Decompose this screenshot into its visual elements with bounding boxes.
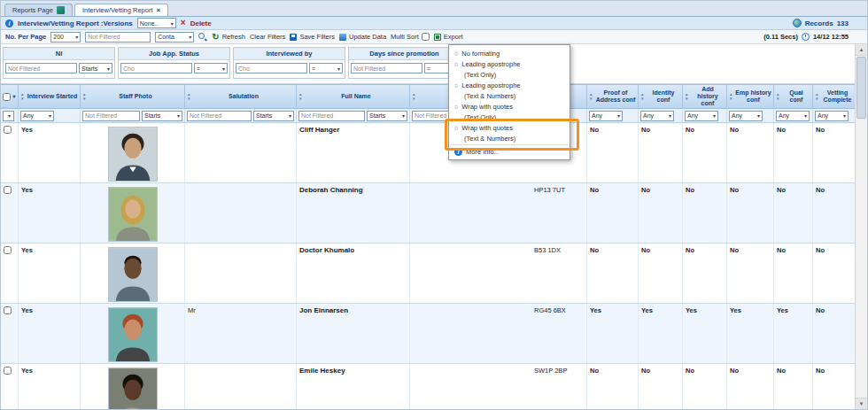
table-row: Yes Deborah Channing HP13 7UT No No No N… <box>1 183 856 244</box>
full-name-filter-input[interactable] <box>298 111 365 121</box>
sort-icon[interactable] <box>20 93 24 101</box>
row-select-checkbox[interactable] <box>4 367 12 375</box>
interviewed-by-filter-input[interactable] <box>236 63 307 73</box>
interview-started-filter-select[interactable]: Any <box>20 111 54 121</box>
row-select-checkbox[interactable] <box>4 186 12 194</box>
per-page-select[interactable]: 200 <box>50 32 81 43</box>
filter-qual: Any <box>774 109 813 122</box>
cell-emp-history: Yes <box>727 304 774 363</box>
sort-icon[interactable] <box>412 93 415 101</box>
refresh-button[interactable]: ↻ Refresh <box>212 33 245 42</box>
col-header-add-history-conf[interactable]: Add history conf <box>683 85 727 108</box>
post-code-value: SW1P 2BP <box>534 367 567 375</box>
col-header-interview-started[interactable]: Interview Started <box>19 85 81 108</box>
col-header-identity-conf[interactable]: Identity conf <box>639 85 683 108</box>
col-header-proof-of-address-conf[interactable]: Proof of Address conf <box>587 85 639 108</box>
filter-mode-select[interactable]: Conta <box>155 32 194 43</box>
export-option-leading-apostrophe-text[interactable]: ○ Leading apostrophe <box>449 58 570 69</box>
cell-qual: No <box>727 364 774 410</box>
sort-icon[interactable] <box>82 93 86 101</box>
filter-select-col <box>1 109 19 122</box>
row-select-checkbox[interactable] <box>4 306 12 314</box>
save-filters-button[interactable]: Save Filters <box>290 33 335 41</box>
delete-button[interactable]: Delete <box>190 19 212 27</box>
emp-history-filter-select[interactable]: Any <box>729 111 763 121</box>
export-option-wrap-quotes-text[interactable]: ○ Wrap with quotes <box>449 101 570 112</box>
col-header-full-name[interactable]: Full Name <box>297 85 410 108</box>
versions-select[interactable]: None.. <box>137 18 176 28</box>
col-header-salutation[interactable]: Salutation <box>185 85 297 108</box>
job-app-status-op-select[interactable]: = <box>194 63 228 73</box>
select-all-checkbox[interactable] <box>3 93 11 101</box>
proof-of-address-value: No <box>590 126 599 134</box>
scrollbar-thumb[interactable] <box>856 57 866 119</box>
header-dropdown-icon[interactable] <box>12 93 15 100</box>
full-name-op-select[interactable]: Starts <box>367 111 407 121</box>
sort-icon[interactable] <box>776 93 779 101</box>
delete-icon[interactable]: × <box>181 19 186 27</box>
qual-filter-select[interactable]: Any <box>776 111 810 121</box>
update-data-button[interactable]: Update Data <box>339 33 386 41</box>
sort-icon[interactable] <box>729 93 732 101</box>
interviewed-by-op-select[interactable]: = <box>309 63 343 73</box>
clear-filters-button[interactable]: Clear Filters <box>250 33 285 41</box>
scroll-up-arrow[interactable]: ▲ <box>856 44 867 56</box>
vertical-scrollbar[interactable]: ▲ ▼ <box>855 44 867 409</box>
col-header-vetting-complete[interactable]: Vetting Complete <box>813 85 856 108</box>
staff-photo <box>108 307 158 362</box>
days-since-promotion-filter-input[interactable] <box>351 63 422 73</box>
job-app-status-filter-input[interactable] <box>120 63 192 73</box>
cell-salutation <box>185 244 297 303</box>
ni-op-select[interactable]: Starts <box>79 63 112 73</box>
radio-icon[interactable]: ○ <box>454 61 458 67</box>
export-button[interactable]: Export <box>434 33 463 41</box>
export-option-no-formating[interactable]: ○ No formating <box>449 48 570 58</box>
row-select-checkbox[interactable] <box>4 126 12 134</box>
scroll-down-arrow[interactable]: ▼ <box>856 398 867 409</box>
tab-interview-vetting-report[interactable]: Interview/Vetting Report × <box>74 4 168 16</box>
export-option-leading-apostrophe-numbers[interactable]: ○ Leading apostrophe <box>449 80 570 90</box>
filter-value: Any <box>779 112 789 119</box>
identity-value: No <box>641 246 650 254</box>
salutation-filter-input[interactable] <box>187 111 252 121</box>
row-select-checkbox[interactable] <box>4 246 12 254</box>
select-column-filter[interactable] <box>3 111 14 121</box>
filter-value: Any <box>732 112 742 119</box>
sort-icon[interactable] <box>685 93 688 101</box>
add-history-filter-select[interactable]: Any <box>685 111 718 121</box>
vetting-complete-filter-select[interactable]: Any <box>815 111 849 121</box>
export-option-label: Leading apostrophe <box>461 81 520 89</box>
radio-icon[interactable]: ○ <box>454 50 458 57</box>
column-filter-row: Any Starts Starts Starts Starts <box>1 109 856 123</box>
full-name-value: Jon Einnarsen <box>299 306 348 314</box>
proof-of-address-filter-select[interactable]: Any <box>589 111 623 121</box>
cell-add-history: No <box>683 123 727 182</box>
filter-mode-value: Conta <box>158 34 174 40</box>
sort-icon[interactable] <box>815 93 818 101</box>
radio-icon[interactable]: ○ <box>454 104 458 110</box>
staff-photo-op-select[interactable]: Starts <box>142 111 182 121</box>
staff-photo-filter-input[interactable] <box>82 111 140 121</box>
filter-group-days-since-promotion: Days since promotion = <box>348 47 461 79</box>
job-app-status-op-value: = <box>197 66 200 72</box>
cell-proof-of-address: No <box>587 364 639 410</box>
col-header-label: Proof of Address conf <box>595 89 636 104</box>
ni-filter-input[interactable] <box>5 63 77 73</box>
sort-icon[interactable] <box>187 93 190 101</box>
col-header-label: Staff Photo <box>119 93 151 100</box>
col-header-staff-photo[interactable]: Staff Photo <box>81 85 185 108</box>
col-header-qual-conf[interactable]: Qual conf <box>774 85 813 108</box>
salutation-op-select[interactable]: Starts <box>253 111 294 121</box>
multi-sort-checkbox[interactable] <box>422 33 430 41</box>
tab-close-icon[interactable]: × <box>157 7 161 14</box>
sort-icon[interactable] <box>298 93 302 101</box>
col-header-emp-history-conf[interactable]: Emp history conf <box>727 85 774 108</box>
quick-filter-input[interactable] <box>85 32 151 43</box>
sort-icon[interactable] <box>640 93 644 101</box>
identity-filter-select[interactable]: Any <box>640 111 674 121</box>
sort-icon[interactable] <box>589 93 593 101</box>
search-icon[interactable] <box>198 33 207 42</box>
radio-icon[interactable]: ○ <box>454 82 458 89</box>
post-code-value: HP13 7UT <box>534 186 565 194</box>
tab-reports-page[interactable]: Reports Page <box>4 4 73 16</box>
